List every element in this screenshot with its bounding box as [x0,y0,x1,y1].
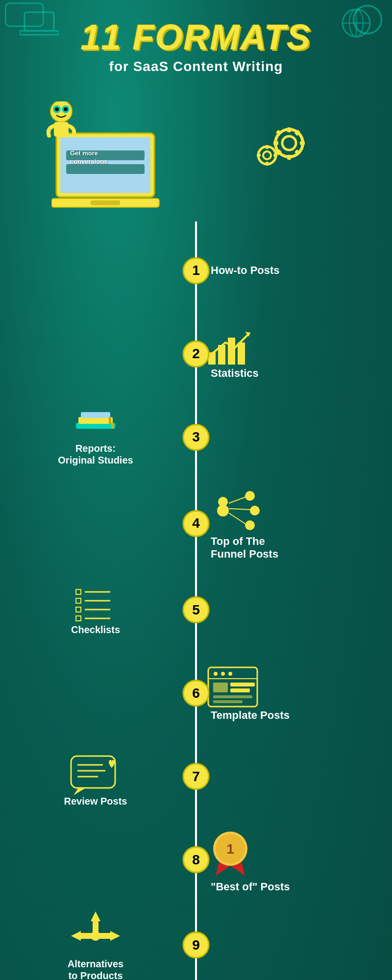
item-4-left [0,518,196,528]
svg-rect-20 [287,127,291,132]
item-4-label: Top of TheFunnel Posts [211,535,278,561]
svg-rect-40 [78,417,113,424]
item-6-label: Template Posts [211,709,290,722]
laptop-text-line2: conversions [70,158,108,165]
item-3-right [196,432,392,442]
svg-line-50 [229,509,250,510]
svg-rect-21 [287,155,291,160]
medal-icon: 1 [206,827,255,881]
gear-large-icon [255,119,318,182]
svg-rect-37 [238,343,245,365]
item-4-badge: 4 [183,510,210,537]
timeline-row: 4 Top of TheFunnel Posts [0,481,392,566]
svg-point-10 [64,107,68,111]
timeline-row: 6 Template Posts [0,654,392,733]
hero-section: Get more conversions [0,84,392,221]
item-4-right: Top of TheFunnel Posts [196,481,392,566]
item-1-label: How-to Posts [211,264,280,277]
item-2-left [0,349,196,359]
laptop-text-line1: Get more [70,149,98,157]
item-7-label: Review Posts [64,795,127,807]
svg-rect-54 [76,598,81,603]
deco-laptop-icon [20,10,59,37]
item-5-badge: 5 [183,596,210,623]
svg-rect-67 [230,688,250,692]
item-7-left: Review Posts [0,741,196,812]
item-7-badge: 7 [183,763,210,790]
svg-rect-58 [76,616,81,621]
svg-marker-80 [71,931,81,941]
svg-rect-30 [266,145,269,149]
svg-rect-23 [300,141,305,145]
svg-marker-82 [110,931,120,941]
item-9-right [196,940,392,950]
timeline-row: 2 Statistics [0,315,392,393]
item-9-label: Alternativesto Products [68,958,124,980]
svg-rect-65 [213,683,228,692]
svg-point-19 [282,136,296,150]
svg-rect-52 [76,589,81,594]
item-1-left [0,266,196,275]
item-9-badge: 9 [183,931,210,958]
item-8-badge: 8 [183,846,210,873]
item-2-badge: 2 [183,341,210,368]
item-6-badge: 6 [183,680,210,707]
svg-rect-41 [81,412,110,418]
svg-point-9 [55,107,59,111]
svg-rect-1 [20,31,59,35]
svg-point-84 [91,931,100,941]
svg-point-6 [50,101,72,122]
svg-point-62 [221,672,225,676]
svg-point-46 [245,491,255,501]
review-icon [69,746,122,795]
item-2-label: Statistics [211,367,259,380]
svg-rect-70 [71,756,115,788]
item-5-left: Checklists [0,580,196,640]
item-2-right: Statistics [196,323,392,385]
timeline-row: Reports:Original Studies 3 [0,398,392,476]
item-1-badge: 1 [183,257,210,284]
item-1-right: How-to Posts [196,259,392,282]
item-8-right: 1 "Best of" Posts [196,822,392,898]
timeline-row: 8 1 "Best of" Posts [0,821,392,899]
person-network-icon [206,486,265,535]
item-7-right [196,772,392,782]
laptop-area: Get more conversions [15,101,196,209]
svg-rect-43 [109,417,111,424]
timeline-row: Review Posts 7 [0,737,392,816]
header: 11 FORMATS for SaaS Content Writing [0,0,392,84]
item-8-left [0,855,196,865]
statistics-icon [206,328,255,367]
svg-line-49 [229,497,246,503]
svg-point-48 [245,520,255,530]
title-sub: for SaaS Content Writing [10,59,382,74]
svg-line-51 [229,513,246,524]
item-3-badge: 3 [183,424,210,451]
svg-marker-74 [74,788,86,795]
svg-rect-17 [91,200,120,205]
timeline-section: 1 How-to Posts 2 [0,221,392,980]
item-9-left: Alternativesto Products [0,904,196,980]
svg-marker-78 [91,911,100,921]
svg-point-45 [218,497,228,507]
svg-rect-33 [273,154,277,157]
svg-rect-56 [76,607,81,612]
svg-rect-68 [213,695,252,698]
svg-point-47 [250,506,260,515]
svg-rect-42 [111,423,114,429]
svg-point-29 [263,151,271,159]
svg-text:1: 1 [226,841,234,857]
svg-point-63 [228,672,232,676]
item-5-right [196,605,392,615]
svg-point-61 [214,672,218,676]
timeline-row: Checklists 5 [0,571,392,649]
title-main: 11 FORMATS [10,20,382,55]
item-8-label: "Best of" Posts [211,881,290,893]
svg-rect-69 [213,700,243,703]
svg-point-28 [258,147,276,164]
timeline-row: 1 How-to Posts [0,231,392,310]
svg-rect-22 [273,141,278,145]
item-6-left [0,688,196,698]
hero-right-icon [196,119,377,192]
book-icon [71,408,120,442]
